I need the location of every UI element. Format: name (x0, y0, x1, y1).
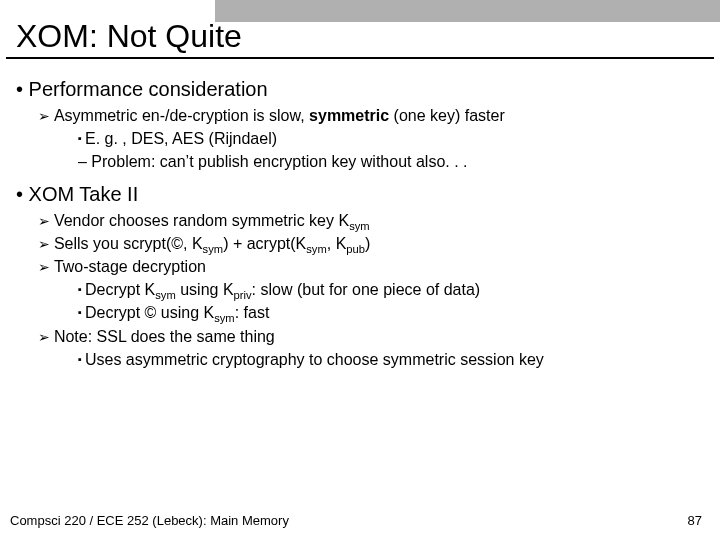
bullet-performance: Performance consideration Asymmetric en-… (16, 75, 710, 174)
bullet-problem: Problem: can’t publish encryption key wi… (78, 150, 710, 173)
bullet-sells: Sells you scrypt(©, Ksym) + acrypt(Ksym,… (38, 232, 710, 255)
bullet-vendor: Vendor chooses random symmetric key Ksym (38, 209, 710, 232)
bullet-decrypt-c: Decrypt © using Ksym: fast (78, 301, 710, 324)
footer: Compsci 220 / ECE 252 (Lebeck): Main Mem… (10, 513, 702, 528)
page-number: 87 (688, 513, 702, 528)
title-bar-shadow (215, 0, 720, 22)
bullet-two-stage: Two-stage decryption Decrypt Ksym using … (38, 255, 710, 325)
bullet-xom-take-ii: XOM Take II Vendor chooses random symmet… (16, 180, 710, 371)
bullet-asymmetric: Asymmetric en-/de-cryption is slow, symm… (38, 104, 710, 174)
footer-text: Compsci 220 / ECE 252 (Lebeck): Main Mem… (10, 513, 289, 528)
slide-body: Performance consideration Asymmetric en-… (0, 59, 720, 371)
bullet-ssl: Note: SSL does the same thing Uses asymm… (38, 325, 710, 371)
bullet-des-aes: E. g. , DES, AES (Rijndael) (78, 127, 710, 150)
bullet-decrypt-ksym: Decrypt Ksym using Kpriv: slow (but for … (78, 278, 710, 301)
bullet-ssl-detail: Uses asymmetric cryptography to choose s… (78, 348, 710, 371)
